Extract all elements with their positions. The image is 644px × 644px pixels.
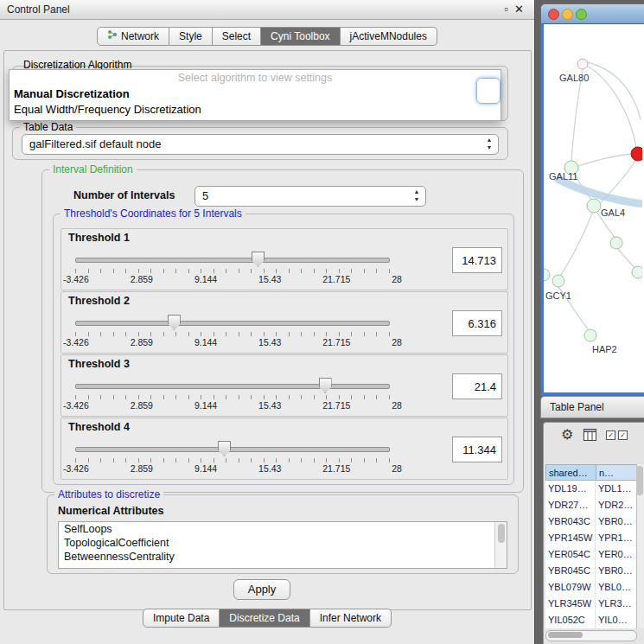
checkbox-icon[interactable]: ✓ bbox=[606, 430, 615, 440]
threshold-3-slider-thumb[interactable] bbox=[319, 378, 332, 393]
node-label[interactable]: GAL11 bbox=[549, 171, 577, 182]
threshold-4-slider-thumb[interactable] bbox=[218, 441, 231, 456]
tab-select[interactable]: Select bbox=[213, 27, 261, 46]
threshold-3-slider[interactable] bbox=[75, 378, 390, 393]
table-row[interactable]: YDL19…YDL1… bbox=[545, 481, 637, 497]
threshold-1-value-field[interactable]: 14.713 bbox=[452, 247, 502, 273]
combobox-stepper-icon: ▲▼ bbox=[483, 136, 495, 153]
table-row[interactable]: YBR043CYBR0… bbox=[545, 513, 637, 530]
table-vertical-scrollbar[interactable] bbox=[636, 464, 644, 628]
close-window-icon[interactable]: ✕ bbox=[514, 0, 524, 19]
cell[interactable]: YLR345W bbox=[545, 596, 596, 612]
tab-style[interactable]: Style bbox=[169, 27, 213, 46]
close-traffic-light[interactable] bbox=[548, 9, 559, 20]
tab-cyni-toolbox[interactable]: Cyni Toolbox bbox=[261, 27, 340, 46]
threshold-2-slider-thumb[interactable] bbox=[168, 315, 181, 330]
threshold-2-panel: Threshold 2 -3.4262.8599.14415.4321.7152… bbox=[61, 291, 508, 354]
minimize-traffic-light[interactable] bbox=[562, 9, 573, 20]
scale-label: 21.715 bbox=[322, 274, 350, 284]
threshold-4-slider[interactable] bbox=[75, 441, 390, 456]
node-label[interactable]: HAP2 bbox=[592, 344, 617, 354]
table-row[interactable]: YBL079WYBL0… bbox=[545, 579, 637, 596]
threshold-1-slider[interactable] bbox=[75, 252, 390, 267]
algorithm-option-manual[interactable]: Manual Discretization bbox=[14, 87, 130, 100]
table-panel-titlebar[interactable]: Table Panel bbox=[540, 396, 644, 418]
cell[interactable]: YDL19… bbox=[545, 481, 596, 497]
tab-impute-data[interactable]: Impute Data bbox=[143, 609, 220, 628]
threshold-3-value-field[interactable]: 21.4 bbox=[452, 373, 502, 399]
table-row[interactable]: YER054CYER0… bbox=[545, 546, 637, 563]
tab-jactivemnodules[interactable]: jActiveMNodules bbox=[341, 27, 437, 46]
list-item[interactable]: BetweennessCentrality bbox=[59, 550, 507, 564]
slider-track[interactable] bbox=[75, 258, 390, 263]
cell[interactable]: YBR045C bbox=[545, 563, 596, 579]
cell[interactable]: YER054C bbox=[545, 546, 596, 563]
list-item[interactable]: TopologicalCoefficient bbox=[59, 536, 507, 550]
cell[interactable]: YBL079W bbox=[545, 579, 596, 596]
table-horizontal-scrollbar[interactable] bbox=[545, 630, 637, 641]
network-canvas[interactable]: GAL80 GAL11 GAL4 GCY1 HAP2 bbox=[541, 23, 644, 395]
scrollbar-thumb[interactable] bbox=[548, 632, 583, 638]
table-row[interactable]: YPR145WYPR1… bbox=[545, 530, 637, 546]
slider-track[interactable] bbox=[75, 384, 390, 389]
scrollbar-thumb[interactable] bbox=[636, 466, 643, 495]
column-header-name[interactable]: n… bbox=[596, 464, 637, 481]
table-row[interactable]: YDR27…YDR2… bbox=[545, 497, 637, 513]
cell[interactable]: YPR1… bbox=[596, 530, 637, 546]
cell[interactable]: YDR27… bbox=[545, 497, 596, 513]
threshold-2-value-field[interactable]: 6.316 bbox=[452, 310, 502, 336]
scale-label: 21.715 bbox=[322, 400, 350, 411]
zoom-traffic-light[interactable] bbox=[576, 9, 587, 20]
scale-label: 15.43 bbox=[258, 337, 281, 348]
list-item[interactable]: SelfLoops bbox=[59, 522, 507, 536]
scrollbar-thumb[interactable] bbox=[498, 524, 505, 543]
cell[interactable]: YER0… bbox=[596, 546, 637, 563]
cell[interactable]: YLR3… bbox=[596, 596, 637, 612]
threshold-1-slider-thumb[interactable] bbox=[252, 252, 265, 267]
table-row[interactable]: YIL052CYIL0… bbox=[545, 612, 637, 628]
number-of-intervals-value: 5 bbox=[202, 187, 406, 206]
cell[interactable]: YDR2… bbox=[596, 497, 637, 513]
tab-impute-label: Impute Data bbox=[153, 609, 209, 627]
apply-button[interactable]: Apply bbox=[233, 579, 290, 600]
thresholds-group: Threshold's Coordinates for 5 Intervals … bbox=[53, 214, 514, 485]
cell[interactable]: YBR0… bbox=[596, 563, 637, 579]
column-header-shared-name[interactable]: shared… bbox=[545, 464, 596, 481]
scale-label: 9.144 bbox=[194, 274, 217, 284]
scale-label: 2.859 bbox=[131, 274, 153, 284]
control-panel-titlebar[interactable]: Control Panel ▫ ✕ bbox=[0, 0, 534, 20]
cell[interactable]: YBL0… bbox=[596, 579, 637, 596]
tab-network[interactable]: Network bbox=[97, 27, 169, 46]
checkbox-icon[interactable]: ✓ bbox=[618, 430, 628, 440]
table-data-combobox[interactable]: galFiltered.sif default node ▲▼ bbox=[22, 134, 499, 155]
float-window-icon[interactable]: ▫ bbox=[504, 0, 508, 19]
tab-infer-label: Infer Network bbox=[320, 609, 381, 627]
table-row[interactable]: YLR345WYLR3… bbox=[545, 596, 637, 612]
slider-track[interactable] bbox=[75, 321, 390, 326]
cell[interactable]: YBR0… bbox=[596, 513, 637, 530]
network-window-titlebar[interactable] bbox=[541, 4, 644, 24]
algorithm-option-equal-width[interactable]: Equal Width/Frequency Discretization bbox=[14, 103, 201, 116]
number-of-intervals-combobox[interactable]: 5 ▲▼ bbox=[194, 186, 426, 207]
tab-discretize-data[interactable]: Discretize Data bbox=[220, 609, 309, 628]
control-panel-window: Control Panel ▫ ✕ Network Style Select C… bbox=[0, 0, 535, 644]
list-scrollbar[interactable] bbox=[494, 522, 507, 568]
column-browser-icon[interactable] bbox=[583, 429, 596, 444]
threshold-4-value-field[interactable]: 11.344 bbox=[452, 437, 502, 462]
node-label[interactable]: GCY1 bbox=[545, 290, 571, 301]
threshold-2-slider[interactable] bbox=[75, 315, 390, 330]
slider-track[interactable] bbox=[75, 447, 390, 452]
gear-icon[interactable]: ⚙ bbox=[561, 426, 573, 443]
algorithm-placeholder: Select algorithm to view settings bbox=[10, 72, 501, 84]
tab-infer-network[interactable]: Infer Network bbox=[310, 609, 392, 628]
table-row[interactable]: YBR045CYBR0… bbox=[545, 563, 637, 579]
cell[interactable]: YIL0… bbox=[596, 612, 637, 628]
top-tab-bar: Network Style Select Cyni Toolbox jActiv… bbox=[0, 27, 534, 46]
cell[interactable]: YDL1… bbox=[596, 481, 637, 497]
cell[interactable]: YBR043C bbox=[545, 513, 596, 530]
node-label[interactable]: GAL4 bbox=[601, 207, 625, 218]
cell[interactable]: YPR145W bbox=[545, 530, 596, 546]
node-label[interactable]: GAL80 bbox=[559, 73, 589, 83]
cell[interactable]: YIL052C bbox=[545, 612, 596, 628]
algorithm-combobox-focus-ring[interactable] bbox=[476, 78, 501, 104]
